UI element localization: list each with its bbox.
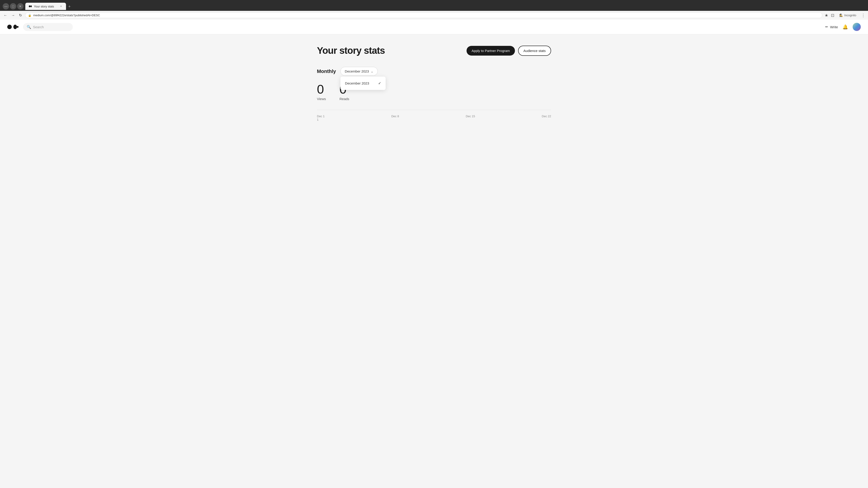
maximize-button[interactable]: □: [10, 3, 16, 9]
incognito-icon: 🕵: [839, 13, 843, 17]
chart-label-dec8: Dec 8: [391, 115, 399, 121]
page-title: Your story stats: [317, 45, 385, 56]
chart-date-4: Dec 22: [542, 115, 551, 118]
new-tab-button[interactable]: +: [66, 3, 72, 10]
write-icon: ✏: [825, 25, 828, 29]
lock-icon: 🔒: [28, 14, 31, 17]
browser-menu-icon[interactable]: ⋮: [861, 13, 865, 18]
address-bar: ← → ↻ 🔒 ★ ⊡ 🕵 Incognito ⋮: [0, 11, 868, 20]
reads-label: Reads: [340, 97, 349, 101]
chart-label-dec15: Dec 15: [466, 115, 475, 121]
minimize-button[interactable]: —: [3, 3, 9, 9]
selected-period-label: December 2023: [345, 69, 369, 73]
sidebar-icon[interactable]: ⊡: [831, 13, 834, 18]
check-icon: ✓: [378, 81, 381, 86]
views-label: Views: [317, 97, 326, 101]
chart-label-dec22: Dec 22: [542, 115, 551, 121]
stats-header: Monthly December 2023 ⌄ December 2023 ✓: [317, 67, 551, 76]
write-label: Write: [830, 25, 838, 29]
tab-title: Your story stats: [34, 5, 54, 8]
user-avatar[interactable]: [852, 23, 861, 31]
svg-point-4: [17, 26, 19, 28]
apply-partner-button[interactable]: Apply to Partner Program: [467, 46, 515, 56]
window-controls: — □ ✕: [3, 3, 24, 9]
stats-section: Monthly December 2023 ⌄ December 2023 ✓ …: [317, 67, 551, 121]
dropdown-option-dec2023[interactable]: December 2023 ✓: [340, 78, 385, 88]
address-input[interactable]: [33, 13, 819, 17]
notifications-bell[interactable]: 🔔: [842, 24, 848, 30]
page-header-actions: Apply to Partner Program Audience stats: [467, 46, 551, 56]
address-bar-actions: ★ ⊡ 🕵 Incognito ⋮: [825, 13, 865, 18]
page-header: Your story stats Apply to Partner Progra…: [317, 45, 551, 56]
chevron-down-icon: ⌄: [371, 70, 373, 73]
search-placeholder: Search: [33, 25, 44, 29]
dropdown-option-label: December 2023: [345, 81, 369, 85]
chart-date-1: Dec 1: [317, 115, 324, 118]
browser-chrome: — □ ✕ Your story stats × +: [0, 0, 868, 11]
chart-num-1: 1: [317, 118, 318, 121]
medium-logo[interactable]: [7, 24, 19, 30]
site-header: 🔍 Search ✏ Write 🔔: [0, 20, 868, 34]
audience-stats-button[interactable]: Audience stats: [518, 46, 551, 56]
chart-date-2: Dec 8: [391, 115, 399, 118]
svg-point-0: [29, 5, 31, 7]
period-dropdown-menu: December 2023 ✓: [340, 76, 385, 90]
main-content: Your story stats Apply to Partner Progra…: [310, 34, 558, 132]
close-window-button[interactable]: ✕: [17, 3, 24, 9]
title-bar: — □ ✕ Your story stats × +: [3, 2, 865, 11]
address-input-wrap[interactable]: 🔒: [25, 12, 822, 18]
tab-favicon: [29, 4, 32, 8]
chart-labels: Dec 1 1 Dec 8 Dec 15 Dec 22: [317, 115, 551, 121]
svg-point-2: [7, 25, 12, 29]
search-bar[interactable]: 🔍 Search: [23, 23, 73, 31]
svg-point-3: [13, 25, 17, 29]
period-label: Monthly: [317, 68, 336, 74]
active-tab[interactable]: Your story stats ×: [25, 3, 66, 10]
write-button[interactable]: ✏ Write: [825, 25, 838, 29]
incognito-badge[interactable]: 🕵 Incognito: [837, 13, 859, 18]
incognito-label: Incognito: [844, 13, 856, 17]
refresh-button[interactable]: ↻: [18, 12, 23, 18]
search-icon: 🔍: [27, 25, 31, 29]
forward-button[interactable]: →: [10, 12, 16, 18]
svg-point-1: [31, 5, 32, 7]
period-dropdown-button[interactable]: December 2023 ⌄: [340, 67, 378, 76]
views-value: 0: [317, 83, 326, 96]
tab-bar: Your story stats × +: [25, 3, 72, 10]
chart-area: Dec 1 1 Dec 8 Dec 15 Dec 22: [317, 110, 551, 121]
views-stat: 0 Views: [317, 83, 326, 101]
back-button[interactable]: ←: [3, 12, 8, 18]
chart-date-3: Dec 15: [466, 115, 475, 118]
tab-close-button[interactable]: ×: [59, 4, 63, 8]
chart-label-dec1: Dec 1 1: [317, 115, 324, 121]
period-dropdown-wrapper: December 2023 ⌄ December 2023 ✓: [340, 67, 378, 76]
bookmark-icon[interactable]: ★: [825, 13, 828, 18]
